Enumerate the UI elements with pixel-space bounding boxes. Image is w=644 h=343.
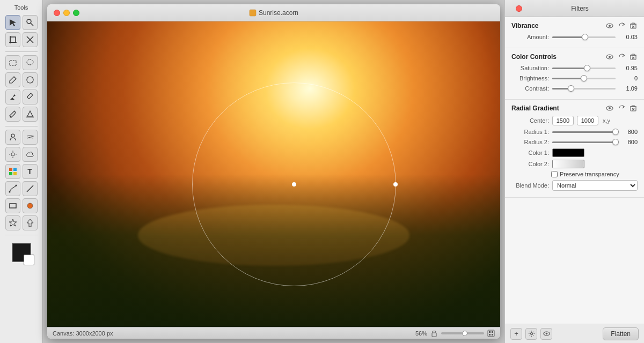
- star-shape-tool[interactable]: [5, 215, 20, 230]
- preserve-transparency-checkbox[interactable]: [551, 171, 558, 177]
- color2-row: Color 2:: [511, 160, 638, 168]
- lasso-select-tool[interactable]: [23, 55, 38, 70]
- filters-close-button[interactable]: [516, 5, 522, 12]
- arrow-tool[interactable]: [5, 15, 20, 30]
- zoom-slider[interactable]: [441, 332, 484, 334]
- rect-shape-tool[interactable]: [5, 198, 20, 213]
- vibrance-reset-button[interactable]: [617, 21, 626, 30]
- filter-settings-button[interactable]: [525, 328, 537, 340]
- eyedropper-tool[interactable]: [5, 107, 20, 122]
- canvas-image: [47, 21, 500, 327]
- filters-header: Filters: [505, 0, 644, 17]
- foreground-color-swatch[interactable]: [12, 243, 31, 262]
- svg-rect-19: [13, 168, 17, 171]
- radius2-slider[interactable]: [552, 138, 616, 146]
- color2-swatch[interactable]: [552, 160, 584, 168]
- line-tool[interactable]: [23, 181, 38, 196]
- svg-rect-45: [631, 55, 636, 59]
- radius2-label: Radius 2:: [511, 139, 549, 145]
- zoom-controls: 56%: [415, 330, 495, 337]
- zoom-tool[interactable]: [23, 15, 38, 30]
- zoom-window-button[interactable]: [73, 10, 79, 16]
- footer-left-controls: +: [510, 328, 552, 340]
- svg-marker-28: [27, 219, 33, 227]
- svg-point-37: [609, 25, 611, 27]
- bezier-tool[interactable]: [5, 181, 20, 196]
- radial-gradient-visibility-toggle[interactable]: [605, 104, 614, 113]
- svg-marker-27: [9, 219, 17, 226]
- pen-tool[interactable]: [5, 90, 20, 105]
- cloud-tool[interactable]: [23, 147, 38, 162]
- fill-tool[interactable]: [23, 107, 38, 122]
- svg-line-24: [27, 185, 33, 192]
- svg-point-51: [609, 107, 611, 109]
- svg-line-2: [31, 23, 33, 26]
- color-controls-reset-button[interactable]: [617, 53, 626, 61]
- background-color-swatch[interactable]: [24, 255, 34, 265]
- radial-gradient-delete-button[interactable]: [629, 104, 638, 113]
- transform-tool[interactable]: [23, 32, 38, 47]
- svg-point-26: [27, 203, 33, 208]
- radial-gradient-controls: [605, 104, 638, 113]
- svg-rect-25: [10, 204, 16, 208]
- svg-rect-35: [492, 334, 493, 335]
- color-controls-header: Color Controls: [511, 53, 638, 61]
- clone-tool[interactable]: [5, 130, 20, 145]
- color1-swatch[interactable]: [552, 148, 584, 157]
- filters-body: Vibrance Amount:: [505, 17, 644, 324]
- pencil-tool[interactable]: [23, 90, 38, 105]
- zoom-thumb[interactable]: [462, 331, 467, 336]
- blend-mode-label: Blend Mode:: [511, 182, 549, 189]
- brush-tool[interactable]: [5, 72, 20, 87]
- document-icon: [249, 9, 257, 17]
- svg-rect-29: [250, 10, 256, 16]
- close-window-button[interactable]: [54, 10, 60, 16]
- add-filter-button[interactable]: +: [510, 328, 522, 340]
- brightness-slider[interactable]: [552, 74, 616, 82]
- minimize-window-button[interactable]: [63, 10, 70, 16]
- svg-rect-21: [13, 172, 17, 175]
- vibrance-visibility-toggle[interactable]: [605, 21, 614, 30]
- svg-rect-20: [9, 172, 12, 175]
- vibrance-title: Vibrance: [511, 22, 538, 29]
- color-controls-delete-button[interactable]: [629, 53, 638, 61]
- tool-separator-1: [5, 51, 38, 52]
- color-controls-title: Color Controls: [511, 53, 557, 61]
- flatten-button[interactable]: Flatten: [603, 327, 639, 340]
- filter-eye-button[interactable]: [540, 328, 552, 340]
- canvas-content[interactable]: [47, 21, 500, 327]
- crop-tool[interactable]: [5, 32, 20, 47]
- radial-center-y-input[interactable]: [577, 116, 598, 125]
- oval-shape-tool[interactable]: [23, 198, 38, 213]
- arrow-shape-tool[interactable]: [23, 215, 38, 230]
- fit-image-icon[interactable]: [487, 330, 495, 337]
- radius1-slider[interactable]: [552, 128, 616, 136]
- radius1-label: Radius 1:: [511, 129, 549, 135]
- saturation-value: 0.95: [619, 65, 638, 71]
- svg-rect-49: [632, 54, 635, 55]
- vibrance-header: Vibrance: [511, 21, 638, 30]
- vibrance-amount-slider[interactable]: [552, 33, 616, 41]
- color2-label: Color 2:: [511, 161, 549, 167]
- sun-tool[interactable]: [5, 147, 20, 162]
- svg-point-44: [609, 56, 611, 58]
- radial-center-x-input[interactable]: [552, 116, 574, 125]
- radial-center-xy-label: x,y: [603, 117, 610, 124]
- svg-marker-0: [10, 19, 16, 26]
- vibrance-delete-button[interactable]: [629, 21, 638, 30]
- saturation-slider[interactable]: [552, 64, 616, 72]
- text-tool[interactable]: T: [23, 164, 38, 179]
- color-controls-visibility-toggle[interactable]: [605, 53, 614, 61]
- vibrance-amount-label: Amount:: [511, 34, 549, 40]
- svg-rect-42: [632, 23, 635, 24]
- radius2-value: 800: [619, 139, 638, 145]
- contrast-slider[interactable]: [552, 85, 616, 92]
- radial-gradient-reset-button[interactable]: [617, 104, 626, 113]
- blob-tool[interactable]: [23, 72, 38, 87]
- color-adjust-tool[interactable]: [5, 164, 20, 179]
- blend-mode-select[interactable]: Normal Multiply Screen Overlay: [552, 180, 638, 191]
- svg-rect-30: [432, 333, 436, 337]
- rect-select-tool[interactable]: [5, 55, 20, 70]
- contrast-label: Contrast:: [511, 85, 549, 92]
- smear-tool[interactable]: [23, 130, 38, 145]
